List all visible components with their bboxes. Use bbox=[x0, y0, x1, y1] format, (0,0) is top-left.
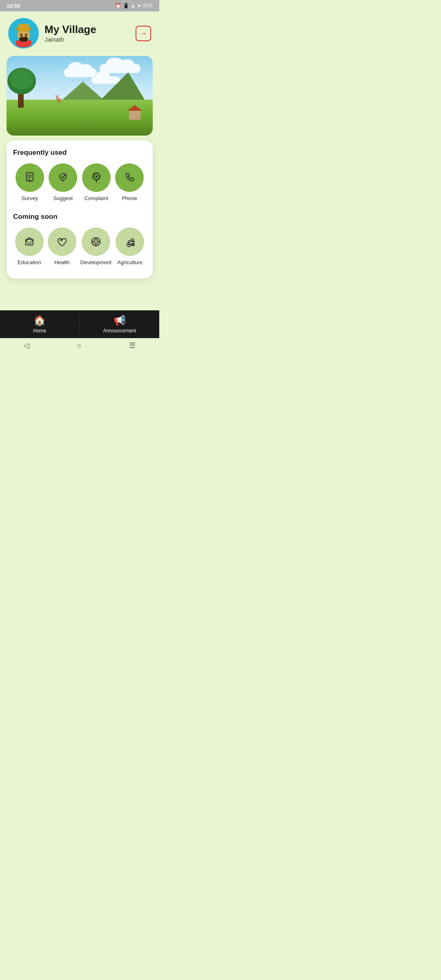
svg-rect-6 bbox=[18, 24, 29, 30]
development-icon bbox=[89, 235, 102, 248]
svg-rect-15 bbox=[29, 180, 31, 182]
complaint-icon bbox=[90, 171, 103, 184]
header-text: My Village Jainath bbox=[45, 24, 130, 43]
survey-item[interactable]: Survey bbox=[16, 163, 44, 201]
health-label: Health bbox=[54, 259, 70, 265]
status-bar: 10:59 ⏰ 📳 ▲ ➤ 91% bbox=[0, 0, 159, 11]
landscape-banner: 🦌 ~ ~ ~ bbox=[7, 56, 153, 136]
frequently-used-title: Frequently used bbox=[13, 149, 146, 157]
agriculture-item[interactable]: Agriculture bbox=[116, 227, 144, 265]
status-time: 10:59 bbox=[7, 3, 20, 9]
avatar bbox=[8, 18, 39, 49]
coming-soon-title: Coming soon bbox=[13, 213, 146, 221]
complaint-label: Complaint bbox=[84, 195, 108, 201]
app-title: My Village bbox=[45, 24, 130, 36]
svg-point-23 bbox=[96, 176, 97, 177]
header: My Village Jainath → bbox=[0, 11, 159, 53]
announcement-label: Announcement bbox=[103, 328, 136, 334]
education-item[interactable]: Education bbox=[15, 227, 44, 265]
cards-container: Frequently used Survey bbox=[0, 140, 159, 298]
svg-point-39 bbox=[128, 244, 130, 245]
deer-decoration: 🦌 bbox=[53, 94, 64, 104]
announcement-icon: 📢 bbox=[114, 315, 126, 326]
android-nav-bar: ◁ ○ ☰ bbox=[0, 338, 159, 353]
svg-point-8 bbox=[25, 33, 27, 36]
complaint-icon-circle bbox=[82, 163, 111, 192]
education-icon-circle bbox=[15, 227, 44, 256]
coming-soon-grid: Education Health bbox=[13, 227, 146, 265]
agriculture-icon-circle bbox=[116, 227, 144, 256]
nav-home[interactable]: 🏠 Home bbox=[0, 315, 80, 334]
home-button[interactable]: ○ bbox=[77, 341, 82, 350]
development-item[interactable]: Development bbox=[80, 227, 112, 265]
svg-point-28 bbox=[31, 240, 33, 241]
home-label: Home bbox=[33, 328, 46, 334]
home-icon: 🏠 bbox=[33, 315, 46, 326]
back-button[interactable]: ◁ bbox=[24, 341, 29, 350]
agriculture-label: Agriculture bbox=[117, 259, 143, 265]
phone-icon bbox=[123, 171, 136, 184]
svg-point-7 bbox=[20, 33, 22, 36]
suggest-label: Suggest bbox=[53, 195, 73, 201]
suggest-item[interactable]: Suggest bbox=[49, 163, 77, 201]
complaint-item[interactable]: Complaint bbox=[82, 163, 111, 201]
health-icon bbox=[56, 235, 69, 248]
health-item[interactable]: Health bbox=[48, 227, 76, 265]
phone-label: Phone bbox=[122, 195, 137, 201]
svg-point-41 bbox=[133, 244, 134, 245]
svg-point-10 bbox=[22, 36, 24, 37]
phone-icon-circle bbox=[115, 163, 144, 192]
survey-icon-circle bbox=[16, 163, 44, 192]
nav-announcement[interactable]: 📢 Announcement bbox=[80, 315, 160, 334]
status-icons: ⏰ 📳 ▲ ➤ 91% bbox=[115, 3, 153, 9]
logout-icon: → bbox=[139, 29, 147, 38]
frequently-used-grid: Survey Suggest bbox=[13, 163, 146, 201]
village-name: Jainath bbox=[45, 36, 130, 43]
recents-button[interactable]: ☰ bbox=[129, 341, 136, 350]
suggest-icon bbox=[56, 171, 69, 184]
health-icon-circle bbox=[48, 227, 76, 256]
svg-point-24 bbox=[94, 174, 95, 175]
agriculture-icon bbox=[123, 235, 136, 248]
svg-point-27 bbox=[26, 240, 27, 241]
suggest-icon-circle bbox=[49, 163, 77, 192]
education-icon bbox=[23, 235, 36, 248]
bottom-nav: 🏠 Home 📢 Announcement bbox=[0, 310, 159, 338]
survey-label: Survey bbox=[22, 195, 38, 201]
development-label: Development bbox=[80, 259, 112, 265]
logout-button[interactable]: → bbox=[136, 26, 151, 41]
survey-icon bbox=[23, 171, 36, 184]
main-card: Frequently used Survey bbox=[7, 140, 153, 278]
development-icon-circle bbox=[82, 227, 110, 256]
education-label: Education bbox=[18, 259, 41, 265]
birds-decoration: ~ ~ ~ bbox=[72, 78, 85, 82]
phone-item[interactable]: Phone bbox=[115, 163, 144, 201]
